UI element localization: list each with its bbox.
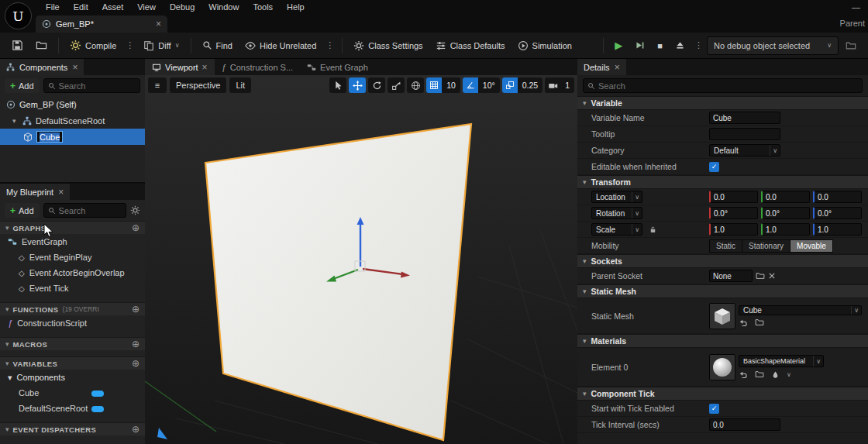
select-tool-button[interactable] (329, 77, 346, 93)
graphs-section-header[interactable]: ▾ GRAPHS ⊕ (0, 221, 145, 234)
tab-components[interactable]: Components × (0, 59, 84, 75)
scale-snap-icon[interactable] (502, 77, 518, 93)
scale-x-field[interactable]: 1.0 (709, 223, 758, 236)
simulation-button[interactable]: Simulation (512, 36, 577, 56)
move-tool-button[interactable] (349, 77, 366, 93)
rotation-snap-icon[interactable] (463, 77, 478, 93)
add-macro-icon[interactable]: ⊕ (132, 339, 140, 349)
class-settings-button[interactable]: Class Settings (348, 36, 428, 56)
details-search[interactable] (583, 78, 863, 93)
gizmo-center-box[interactable] (355, 261, 365, 271)
clear-socket-icon[interactable] (768, 272, 776, 280)
browse-to-asset-icon[interactable] (755, 370, 764, 379)
perspective-button[interactable]: Perspective (170, 77, 226, 93)
location-z-field[interactable]: 0.0 (813, 191, 862, 203)
tab-details[interactable]: Details × (577, 59, 626, 75)
tab-event-graph[interactable]: Event Graph (300, 59, 375, 75)
scale-z-field[interactable]: 1.0 (813, 223, 862, 236)
world-space-button[interactable] (407, 77, 424, 93)
tab-my-blueprint[interactable]: My Blueprint × (0, 184, 70, 200)
list-item-event-beginplay[interactable]: ◇ Event BeginPlay (0, 250, 145, 265)
event-dispatchers-section-header[interactable]: ▾ EVENT DISPATCHERS ⊕ (0, 422, 145, 435)
diff-button[interactable]: Diff ∨ (138, 36, 184, 56)
find-button[interactable]: Find (197, 36, 238, 56)
minimize-icon[interactable]: — (844, 2, 868, 12)
tree-row-cube-selected[interactable]: Cube (0, 129, 145, 145)
camera-speed-control[interactable]: 1 (545, 77, 574, 93)
menu-view[interactable]: View (130, 0, 163, 14)
rotation-mode-dropdown[interactable]: Rotation ∨ (591, 207, 642, 219)
components-search[interactable] (43, 78, 140, 93)
frame-skip-button[interactable] (629, 36, 650, 56)
save-button[interactable] (6, 36, 29, 56)
material-thumbnail[interactable] (709, 354, 735, 380)
menu-asset[interactable]: Asset (95, 0, 131, 14)
menu-debug[interactable]: Debug (163, 0, 202, 14)
list-item-event-graph[interactable]: EventGraph (0, 234, 145, 250)
macros-section-header[interactable]: ▾ MACROS ⊕ (0, 337, 145, 350)
menu-tools[interactable]: Tools (246, 0, 280, 14)
my-blueprint-search[interactable] (43, 203, 126, 218)
menu-edit[interactable]: Edit (67, 0, 95, 14)
add-component-button[interactable]: + Add (5, 78, 40, 93)
filter-settings-gear-icon[interactable] (130, 205, 140, 215)
scale-snap-control[interactable]: 0.25 (502, 77, 542, 93)
location-mode-dropdown[interactable]: Location ∨ (591, 191, 642, 203)
scale-mode-dropdown[interactable]: Scale ∨ (591, 223, 642, 236)
variables-section-header[interactable]: ▾ VARIABLES ⊕ (0, 356, 145, 370)
my-blueprint-search-input[interactable] (59, 206, 122, 215)
hide-unrelated-options-icon[interactable]: ⋮ (323, 40, 336, 50)
compile-options-icon[interactable]: ⋮ (123, 40, 136, 50)
close-icon[interactable]: × (58, 188, 64, 197)
tooltip-field[interactable] (709, 128, 780, 140)
grid-snap-icon[interactable] (426, 77, 442, 93)
editable-when-inherited-checkbox[interactable]: ✓ (709, 162, 719, 172)
material-dropdown[interactable]: BasicShapeMaterial ∨ (739, 355, 824, 367)
rotation-x-field[interactable]: 0.0° (709, 207, 758, 219)
compile-button[interactable]: Compile (64, 36, 122, 56)
menu-help[interactable]: Help (280, 0, 312, 14)
browse-socket-icon[interactable] (756, 271, 765, 281)
tab-gem-bp[interactable]: Gem_BP* × (36, 15, 167, 33)
tree-row-self[interactable]: Gem_BP (Self) (0, 96, 145, 112)
variable-section-header[interactable]: ▾ Variable (577, 96, 868, 110)
lit-mode-button[interactable]: Lit (229, 77, 251, 93)
static-mesh-section-header[interactable]: ▾ Static Mesh (577, 284, 868, 298)
mobility-static-button[interactable]: Static (709, 239, 742, 253)
rename-input[interactable]: Cube (36, 131, 63, 143)
list-item-construction-script[interactable]: ƒ ConstructionScript (0, 315, 145, 331)
viewport-options-button[interactable]: ≡ (148, 77, 167, 93)
mobility-movable-button[interactable]: Movable (790, 239, 833, 253)
close-icon[interactable]: × (156, 19, 161, 29)
parent-socket-field[interactable] (709, 270, 753, 282)
add-dispatcher-icon[interactable]: ⊕ (132, 424, 140, 435)
play-options-icon[interactable]: ⋮ (692, 40, 705, 50)
close-icon[interactable]: × (72, 63, 78, 72)
chevron-down-icon[interactable]: ∨ (787, 371, 791, 378)
scale-snap-value[interactable]: 0.25 (518, 81, 542, 90)
viewport-3d-scene[interactable] (145, 75, 577, 444)
menu-file[interactable]: File (39, 0, 67, 14)
add-graph-icon[interactable]: ⊕ (132, 222, 140, 233)
add-function-icon[interactable]: ⊕ (132, 304, 140, 315)
static-mesh-thumbnail[interactable] (709, 303, 735, 329)
tree-row-scene-root[interactable]: ▾ DefaultSceneRoot (0, 112, 145, 129)
location-y-field[interactable]: 0.0 (761, 191, 810, 203)
list-item-event-tick[interactable]: ◇ Event Tick (0, 281, 145, 296)
lock-icon[interactable] (649, 225, 657, 234)
rotate-tool-button[interactable] (368, 77, 385, 93)
expander-caret-icon[interactable]: ▾ (12, 117, 19, 125)
list-item-variable-cube[interactable]: Cube (0, 385, 145, 401)
play-button[interactable]: ▶ (609, 36, 628, 56)
camera-speed-value[interactable]: 1 (560, 81, 574, 90)
scale-tool-button[interactable] (388, 77, 405, 93)
browse-debug-object-button[interactable] (840, 36, 862, 56)
close-icon[interactable]: × (615, 63, 620, 72)
menu-window[interactable]: Window (202, 0, 246, 14)
transform-section-header[interactable]: ▾ Transform (577, 175, 868, 189)
static-mesh-dropdown[interactable]: Cube ∨ (739, 305, 862, 315)
list-item-event-actorbeginoverlap[interactable]: ◇ Event ActorBeginOverlap (0, 265, 145, 281)
materials-section-header[interactable]: ▾ Materials (577, 334, 868, 348)
camera-icon[interactable] (545, 77, 560, 93)
category-dropdown[interactable]: Default ∨ (709, 144, 780, 157)
